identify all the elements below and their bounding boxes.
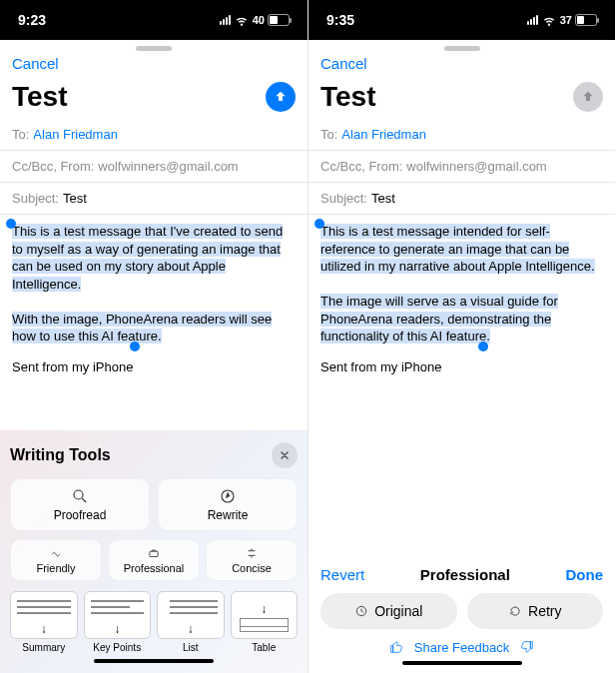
subject-value: Test [63,191,87,206]
status-right: 40 [220,13,290,27]
writing-tools-panel: Writing Tools Proofread Rewrite Fri [0,430,308,673]
done-button[interactable]: Done [566,566,604,583]
selection-handle-start[interactable] [6,219,16,229]
share-feedback-button[interactable]: Share Feedback [414,640,509,655]
thumbs-down-icon[interactable] [519,639,535,655]
home-indicator[interactable] [94,659,214,663]
compass-icon [219,487,237,505]
summary-label: Summary [10,642,78,653]
magnifier-icon [71,487,89,505]
phone-right: 9:35 37 Cancel Test To: Alan Friedman Cc [308,0,615,673]
to-field[interactable]: To: Alan Friedman [308,119,615,151]
to-recipient[interactable]: Alan Friedman [33,127,118,142]
to-label: To: [12,127,29,142]
cc-from-field[interactable]: Cc/Bcc, From: wolfwinners@gmail.com [308,151,615,183]
selected-text-p1: This is a test message that I've created… [12,224,283,292]
retry-label: Retry [528,603,561,619]
briefcase-icon [147,546,161,560]
selection-handle-end[interactable] [130,341,140,351]
wave-icon [49,546,63,560]
selected-text-p2: The image will serve as a visual guide f… [320,294,558,343]
wifi-icon [235,13,249,27]
send-button[interactable] [266,82,296,112]
close-button[interactable] [272,442,298,468]
from-email: wolfwinners@gmail.com [406,159,546,174]
selected-text-p2: With the image, PhoneArena readers will … [12,312,272,344]
phone-left: 9:23 40 Cancel Test To: Alan Friedman Cc [0,0,308,673]
status-bar: 9:23 40 [0,0,308,40]
compose-title: Test [12,81,68,113]
professional-button[interactable]: Professional [108,539,200,581]
rewrite-button[interactable]: Rewrite [158,478,298,531]
original-label: Original [374,603,422,619]
review-mode: Professional [420,566,510,583]
list-label: List [157,642,225,653]
list-button[interactable]: ↓ List [157,591,225,653]
compose-title: Test [320,81,376,113]
table-button[interactable]: ↓ Table [231,591,299,653]
compose-body[interactable]: This is a test message that I've created… [0,215,308,353]
subject-field[interactable]: Subject: Test [308,183,615,215]
cc-from-label: Cc/Bcc, From: [320,159,402,174]
concise-label: Concise [209,562,295,574]
home-indicator[interactable] [402,661,522,665]
subject-value: Test [371,191,395,206]
status-bar: 9:35 37 [308,0,615,40]
review-panel: Revert Professional Done Original Retry … [308,558,615,673]
cancel-button[interactable]: Cancel [12,55,59,72]
status-time: 9:35 [326,12,354,28]
svg-rect-3 [150,551,158,556]
retry-button[interactable]: Retry [467,593,604,629]
table-label: Table [231,642,299,653]
cellular-icon [527,15,538,25]
thumbs-up-icon[interactable] [388,639,404,655]
signature: Sent from my iPhone [308,353,615,380]
battery-pct: 40 [253,14,265,26]
concise-button[interactable]: Concise [206,539,298,581]
signature: Sent from my iPhone [0,353,308,380]
selected-text-p1: This is a test message intended for self… [320,224,595,274]
send-button[interactable] [573,82,603,112]
to-label: To: [320,127,337,142]
subject-field[interactable]: Subject: Test [0,183,308,215]
cc-from-field[interactable]: Cc/Bcc, From: wolfwinners@gmail.com [0,151,308,183]
wifi-icon [542,13,556,27]
battery-indicator: 40 [253,14,290,26]
status-right: 37 [527,13,597,27]
friendly-label: Friendly [13,562,99,574]
subject-label: Subject: [12,191,59,206]
battery-pct: 37 [560,14,572,26]
to-field[interactable]: To: Alan Friedman [0,119,308,151]
cc-from-label: Cc/Bcc, From: [12,159,94,174]
keypoints-button[interactable]: ↓ Key Points [84,591,152,653]
friendly-button[interactable]: Friendly [10,539,102,581]
compress-icon [245,546,259,560]
retry-icon [508,604,522,618]
proofread-button[interactable]: Proofread [10,478,150,531]
keypoints-label: Key Points [84,642,152,653]
clock-icon [354,604,368,618]
subject-label: Subject: [320,191,367,206]
writing-tools-title: Writing Tools [10,446,111,464]
svg-point-0 [74,490,83,499]
to-recipient[interactable]: Alan Friedman [341,127,426,142]
professional-label: Professional [111,562,197,574]
revert-button[interactable]: Revert [320,566,364,583]
battery-indicator: 37 [560,14,597,26]
arrow-up-icon [273,89,289,105]
arrow-up-icon [580,89,596,105]
selection-handle-start[interactable] [314,219,324,229]
cellular-icon [220,15,231,25]
rewrite-label: Rewrite [208,508,249,522]
selection-handle-end[interactable] [478,341,488,351]
proofread-label: Proofread [54,508,107,522]
close-icon [279,449,291,461]
status-time: 9:23 [18,12,46,28]
summary-button[interactable]: ↓ Summary [10,591,78,653]
svg-line-1 [82,498,86,502]
compose-body[interactable]: This is a test message intended for self… [308,215,615,353]
original-button[interactable]: Original [320,593,457,629]
cancel-button[interactable]: Cancel [320,55,367,72]
from-email: wolfwinners@gmail.com [98,159,238,174]
